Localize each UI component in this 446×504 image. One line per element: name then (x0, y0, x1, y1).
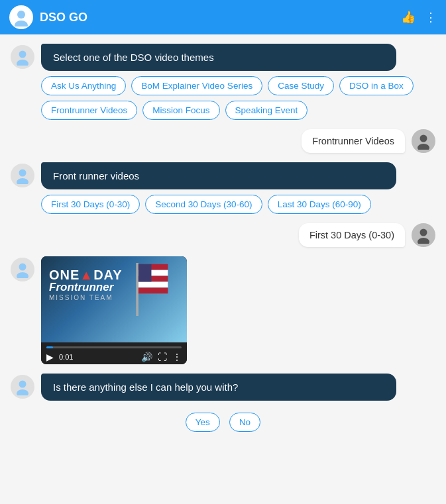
svg-point-10 (19, 264, 27, 271)
bot-bubble-2: Front runner videos (41, 162, 396, 189)
svg-rect-18 (139, 264, 152, 282)
video-player[interactable]: ONE▲DAY Frontrunner Mission Team ▶ 0:01 … (41, 256, 187, 364)
svg-point-2 (19, 51, 27, 58)
bot-message-1: Select one of the DSO video themes Ask U… (11, 44, 435, 120)
bot-message-4: Is there anything else I can help you wi… (11, 374, 435, 401)
chip-second-30[interactable]: Second 30 Days (30-60) (145, 195, 262, 214)
header-avatar (9, 5, 33, 29)
yn-row: Yes No (11, 410, 435, 438)
svg-point-4 (420, 135, 427, 142)
bot-message-3-video: ONE▲DAY Frontrunner Mission Team ▶ 0:01 … (11, 256, 435, 364)
more-options-button[interactable]: ⋮ (172, 352, 182, 362)
user-avatar-2 (412, 223, 435, 247)
video-progress-bar[interactable] (46, 346, 182, 348)
chip-last-30[interactable]: Last 30 Days (60-90) (268, 195, 371, 214)
video-title: ONE▲DAY (49, 268, 123, 281)
chat-area: Select one of the DSO video themes Ask U… (0, 34, 446, 504)
svg-rect-16 (139, 281, 168, 287)
flag-icon (134, 263, 174, 316)
bot-avatar-1 (11, 45, 34, 69)
chip-frontrunner-videos[interactable]: Frontrunner Videos (41, 101, 137, 120)
svg-point-3 (17, 60, 28, 66)
user-message-1: Frontrunner Videos (11, 129, 435, 153)
video-caption: Mission Team (49, 294, 123, 301)
user-bubble-2: First 30 Days (0-30) (299, 223, 405, 247)
fullscreen-button[interactable]: ⛶ (158, 352, 167, 362)
bot-bubble-4: Is there anything else I can help you wi… (41, 374, 396, 401)
chip-no[interactable]: No (229, 413, 260, 432)
theme-chips: Ask Us Anything BoM Explainer Video Seri… (41, 76, 435, 120)
chip-ask-us-anything[interactable]: Ask Us Anything (41, 76, 126, 95)
svg-point-19 (19, 381, 27, 388)
video-overlay-text: ONE▲DAY Frontrunner Mission Team (49, 268, 123, 301)
more-icon[interactable]: ⋮ (425, 10, 437, 25)
svg-rect-17 (139, 287, 168, 293)
volume-button[interactable]: 🔊 (141, 352, 152, 362)
video-thumbnail: ONE▲DAY Frontrunner Mission Team (41, 256, 187, 342)
bot-content-3: ONE▲DAY Frontrunner Mission Team ▶ 0:01 … (41, 256, 435, 364)
user-message-2: First 30 Days (0-30) (11, 223, 435, 247)
svg-point-0 (17, 11, 25, 19)
period-chips: First 30 Days (0-30) Second 30 Days (30-… (41, 195, 435, 214)
video-subtitle: Frontrunner (49, 281, 123, 294)
play-button[interactable]: ▶ (46, 352, 54, 362)
svg-point-9 (418, 238, 429, 244)
chip-mission-focus[interactable]: Mission Focus (142, 101, 219, 120)
bot-avatar-3 (11, 258, 34, 281)
svg-point-20 (17, 389, 28, 395)
bot-avatar-2 (11, 164, 34, 187)
chip-first-30[interactable]: First 30 Days (0-30) (41, 195, 140, 214)
video-progress-fill (46, 346, 53, 348)
video-controls: ▶ 0:01 🔊 ⛶ ⋮ (41, 342, 187, 364)
svg-point-8 (420, 229, 427, 236)
bot-content-1: Select one of the DSO video themes Ask U… (41, 44, 435, 120)
chip-yes[interactable]: Yes (186, 413, 220, 432)
video-time: 0:01 (59, 353, 73, 361)
svg-rect-12 (136, 263, 139, 316)
svg-point-5 (418, 144, 429, 150)
user-avatar-1 (412, 129, 435, 153)
thumbs-icon[interactable]: 👍 (401, 10, 416, 25)
video-controls-row: ▶ 0:01 🔊 ⛶ ⋮ (46, 352, 182, 362)
chip-case-study[interactable]: Case Study (268, 76, 334, 95)
svg-point-11 (17, 272, 28, 278)
chip-bom-explainer[interactable]: BoM Explainer Video Series (131, 76, 262, 95)
bot-bubble-1: Select one of the DSO video themes (41, 44, 396, 71)
bot-content-2: Front runner videos First 30 Days (0-30)… (41, 162, 435, 214)
chip-dso-in-a-box[interactable]: DSO in a Box (339, 76, 414, 95)
chip-speaking-event[interactable]: Speaking Event (225, 101, 308, 120)
bot-avatar-4 (11, 375, 34, 399)
svg-point-7 (17, 178, 28, 184)
header-actions: 👍 ⋮ (401, 10, 437, 25)
user-bubble-1: Frontrunner Videos (302, 129, 405, 153)
svg-point-6 (19, 170, 27, 177)
app-title: DSO GO (40, 11, 401, 25)
app-header: DSO GO 👍 ⋮ (0, 0, 446, 34)
svg-point-1 (15, 21, 28, 26)
bot-content-4: Is there anything else I can help you wi… (41, 374, 435, 401)
bot-message-2: Front runner videos First 30 Days (0-30)… (11, 162, 435, 214)
